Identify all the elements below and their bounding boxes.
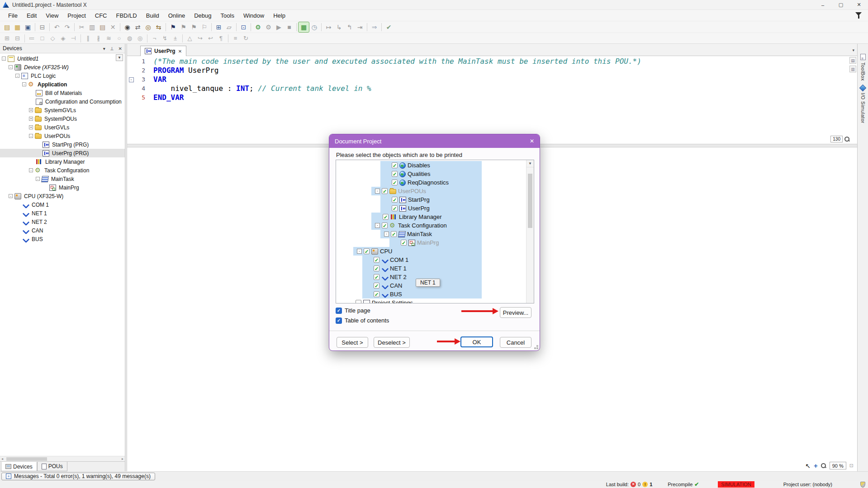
tab-devices[interactable]: Devices bbox=[1, 462, 37, 471]
checkbox-userpous[interactable]: ✓ bbox=[382, 188, 388, 194]
toolbar-button-insert-return[interactable]: ↩ bbox=[205, 34, 216, 43]
toolbar-button-logout[interactable]: ⚙ bbox=[263, 22, 274, 32]
collapse-expander[interactable]: - bbox=[384, 232, 389, 237]
toolbar-button-new-object[interactable]: ▱ bbox=[224, 22, 234, 32]
menu-edit[interactable]: Edit bbox=[22, 11, 41, 20]
menu-help[interactable]: Help bbox=[269, 11, 290, 20]
device-tree-item-untitled1[interactable]: -Untitled1 bbox=[0, 54, 125, 63]
title-page-option[interactable]: ✓ Title page bbox=[336, 307, 370, 314]
expand-expander[interactable]: + bbox=[29, 117, 33, 121]
toolbar-button-toggle-comment-view[interactable]: ≡ bbox=[230, 34, 241, 43]
toolbar-button-previous-bookmark[interactable]: ⚑ bbox=[178, 22, 189, 32]
device-tree-item-library-manager[interactable]: Library Manager bbox=[0, 157, 125, 166]
dialog-tree-item-bus[interactable]: ✓BUS bbox=[336, 290, 534, 298]
toolbar-button-insert-branch[interactable]: △ bbox=[185, 34, 195, 43]
checkbox-project-settings[interactable] bbox=[356, 300, 361, 303]
toolbar-button-replace-in-project[interactable]: ⇆ bbox=[153, 22, 164, 32]
code-text[interactable]: PROGRAM UserPrg bbox=[153, 66, 219, 75]
device-tree-item-bus[interactable]: BUS bbox=[0, 235, 125, 243]
dialog-tree-item-qualities[interactable]: ✓Qualities bbox=[336, 170, 534, 178]
dialog-tree-item-mainprg[interactable]: ✓MainPrg bbox=[336, 238, 534, 247]
menu-build[interactable]: Build bbox=[142, 11, 164, 20]
menu-file[interactable]: File bbox=[4, 11, 22, 20]
tab-toolbox[interactable]: ToolBox bbox=[860, 54, 866, 81]
toolbar-button-project-settings-grid[interactable]: ⊡ bbox=[238, 22, 249, 32]
device-tree-item-device-xf325-w[interactable]: -Device (XF325-W) bbox=[0, 63, 125, 71]
toolbar-button-insert-contact[interactable]: ∥ bbox=[83, 34, 93, 43]
menu-fbd-ld[interactable]: FBD/LD bbox=[112, 11, 142, 20]
tab-list-dropdown-icon[interactable]: ▾ bbox=[852, 48, 854, 52]
checkbox-mainprg[interactable]: ✓ bbox=[401, 240, 407, 246]
device-tree-item-startprg-prg[interactable]: StartPrg (PRG) bbox=[0, 140, 125, 149]
table-of-contents-option[interactable]: ✓ Table of contents bbox=[336, 317, 389, 324]
cancel-button[interactable]: Cancel bbox=[500, 337, 531, 348]
dialog-tree-item-maintask[interactable]: -✓MainTask bbox=[336, 230, 534, 238]
menu-cfc[interactable]: CFC bbox=[90, 11, 112, 20]
select-button[interactable]: Select > bbox=[337, 337, 368, 348]
maximize-button[interactable]: ▢ bbox=[832, 0, 850, 10]
dialog-tree-item-net-1[interactable]: ✓NET 1 bbox=[336, 264, 534, 273]
toolbar-button-clear-bookmarks[interactable]: ⚐ bbox=[199, 22, 209, 32]
checkbox-qualities[interactable]: ✓ bbox=[392, 171, 398, 177]
checkbox-net-2[interactable]: ✓ bbox=[374, 274, 379, 280]
dialog-resize-grip[interactable] bbox=[536, 347, 538, 349]
checkbox-task-configuration[interactable]: ✓ bbox=[382, 223, 388, 228]
toolbar-button-insert-box-with-en-eno[interactable]: ◈ bbox=[58, 34, 68, 43]
dialog-tree-item-disables[interactable]: ✓Disables bbox=[336, 161, 534, 170]
scrollbar-thumb[interactable] bbox=[6, 457, 47, 461]
dialog-tree-item-userpous[interactable]: -✓UserPOUs bbox=[336, 187, 534, 195]
toolbar-button-next-bookmark[interactable]: ⚑ bbox=[189, 22, 199, 32]
toolbar-button-stop[interactable]: ■ bbox=[284, 22, 294, 32]
toolbar-button-build-check[interactable]: ✔ bbox=[384, 22, 394, 32]
fit-view-icon[interactable]: ⊡ bbox=[849, 463, 854, 469]
device-tree-item-systempous[interactable]: +SystemPOUs bbox=[0, 114, 125, 123]
vertical-scrollbar[interactable]: ▼ bbox=[526, 160, 534, 303]
device-tree-item-task-configuration[interactable]: -Task Configuration bbox=[0, 166, 125, 175]
dialog-tree-item-userprg[interactable]: ✓UserPrg bbox=[336, 204, 534, 213]
collapse-expander[interactable]: - bbox=[9, 65, 13, 69]
toolbar-button-insert-box[interactable]: □ bbox=[37, 34, 47, 43]
menu-project[interactable]: Project bbox=[63, 11, 90, 20]
panel-dropdown-button[interactable]: ▼ bbox=[116, 54, 123, 61]
collapse-expander[interactable]: - bbox=[36, 177, 40, 181]
fold-collapse-box[interactable]: - bbox=[129, 77, 134, 82]
collapse-expander[interactable]: - bbox=[29, 168, 33, 172]
toolbar-button-runtime-clock[interactable]: ◷ bbox=[309, 22, 319, 32]
collapse-expander[interactable]: - bbox=[357, 249, 362, 254]
toolbar-button-save-project[interactable]: ▣ bbox=[23, 22, 33, 32]
filter-funnel-icon[interactable] bbox=[855, 12, 862, 19]
menu-tools[interactable]: Tools bbox=[216, 11, 239, 20]
dialog-tree-item-task-configuration[interactable]: -✓Task Configuration bbox=[336, 221, 534, 230]
toolbar-button-toggle-bookmark[interactable]: ⚑ bbox=[168, 22, 178, 32]
toolbar-button-insert-negated-contact[interactable]: ∦ bbox=[93, 34, 104, 43]
zoom-lens-icon[interactable] bbox=[821, 463, 826, 469]
declaration-editor[interactable]: 1(*The main code inserted by the user an… bbox=[127, 56, 857, 144]
device-tree-item-userprg-prg[interactable]: UserPrg (PRG) bbox=[0, 149, 125, 157]
device-tree-item-net-1[interactable]: NET 1 bbox=[0, 209, 125, 218]
messages-status-button[interactable]: ≡ Messages - Total 0 error(s), 1 warning… bbox=[1, 473, 155, 480]
device-tree-item-usergvls[interactable]: +UserGVLs bbox=[0, 123, 125, 132]
dialog-title-bar[interactable]: Document Project ✕ bbox=[329, 134, 540, 148]
device-tree-item-bill-of-materials[interactable]: Bill of Materials bbox=[0, 89, 125, 97]
scroll-left-arrow[interactable]: ◂ bbox=[1, 456, 3, 462]
editor-zoom-value[interactable]: 90 % bbox=[830, 462, 846, 469]
checkbox-bus[interactable]: ✓ bbox=[374, 291, 379, 297]
device-tree-item-net-2[interactable]: NET 2 bbox=[0, 218, 125, 226]
toolbar-button-insert-coil[interactable]: ○ bbox=[114, 34, 124, 43]
menu-debug[interactable]: Debug bbox=[190, 11, 216, 20]
expand-expander[interactable]: + bbox=[29, 125, 33, 129]
checkbox-disables[interactable]: ✓ bbox=[392, 162, 398, 168]
checkbox-can[interactable]: ✓ bbox=[374, 283, 379, 289]
preview-button[interactable]: Preview... bbox=[500, 307, 531, 318]
close-button[interactable]: ✕ bbox=[850, 0, 868, 10]
toolbar-button-step-over[interactable]: ↦ bbox=[323, 22, 334, 32]
collapse-expander[interactable]: - bbox=[2, 57, 6, 61]
toolbar-button-insert-empty-box[interactable]: ◇ bbox=[47, 34, 58, 43]
device-tree-item-plc-logic[interactable]: -PLC Logic bbox=[0, 71, 125, 80]
device-tree-item-cpu-xf325-w[interactable]: -CPU (XF325-W) bbox=[0, 192, 125, 200]
device-tree-item-com-1[interactable]: COM 1 bbox=[0, 200, 125, 209]
collapse-expander[interactable]: - bbox=[29, 134, 33, 138]
toolbar-button-undo[interactable]: ↶ bbox=[52, 22, 62, 32]
toolbar-button-edge-detection[interactable]: ↯ bbox=[160, 34, 170, 43]
device-tree-item-mainprg[interactable]: MainPrg bbox=[0, 183, 125, 192]
